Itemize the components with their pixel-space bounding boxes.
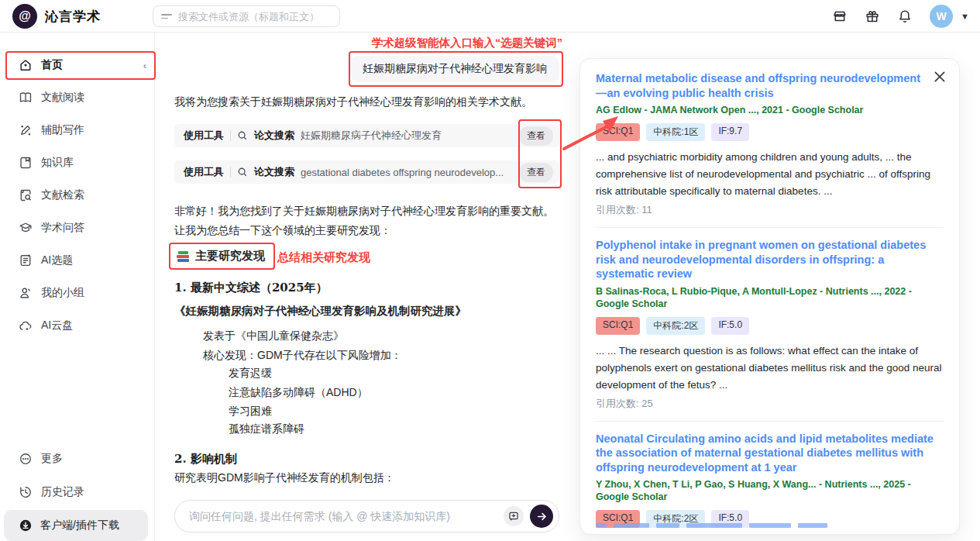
- chat-area: 学术超级智能体入口输入“选题关键词” 妊娠期糖尿病对子代神经心理发育影响 我将为…: [174, 33, 559, 541]
- tool-query-text: 妊娠期糖尿病子代神经心理发育: [301, 129, 442, 143]
- chat-input[interactable]: [175, 510, 504, 522]
- cas-zone-badge: 中科院:1区: [646, 123, 705, 141]
- file-search-icon: [19, 188, 33, 202]
- paper-snippet: ... and psychiatric morbidity among chil…: [596, 149, 944, 200]
- risk-item: 发育迟缓: [229, 367, 272, 381]
- search-icon: [237, 167, 248, 177]
- risk-item: 孤独症谱系障碍: [229, 422, 304, 436]
- chat-composer[interactable]: [174, 500, 559, 532]
- sidebar-item-ai-topic[interactable]: AI选题: [0, 247, 154, 274]
- paper-authors: AG Edlow - JAMA Network Open ..., 2021 -…: [596, 104, 944, 116]
- paper-authors: Y Zhou, X Chen, T Li, P Gao, S Huang, X …: [596, 478, 944, 503]
- view-result-button[interactable]: 查看: [519, 163, 553, 182]
- paper-result: Maternal metabolic disease and offspring…: [596, 71, 944, 217]
- top-bar: @ 沁言学术 W ▼: [0, 0, 980, 33]
- sidebar-item-academic-qa[interactable]: 学术问答: [0, 215, 154, 241]
- sidebar: 首页 ‹ 文献阅读 辅助写作 知识库 文献检索 学术问答 AI选题: [0, 33, 155, 541]
- sidebar-item-label: 我的小组: [41, 286, 84, 300]
- user-avatar[interactable]: W: [930, 5, 953, 28]
- annotation-entry-hint: 学术超级智能体入口输入“选题关键词”: [174, 36, 562, 50]
- books-icon: [177, 251, 190, 262]
- sidebar-item-literature-search[interactable]: 文献检索: [0, 182, 154, 208]
- send-button[interactable]: [530, 505, 553, 528]
- sidebar-item-knowledge-base[interactable]: 知识库: [0, 150, 154, 176]
- sidebar-item-writing[interactable]: 辅助写作: [0, 117, 154, 143]
- global-search-box[interactable]: [153, 5, 340, 27]
- cloud-icon: [19, 319, 33, 333]
- sidebar-item-label: 首页: [41, 58, 63, 72]
- sidebar-item-label: 文献阅读: [41, 91, 84, 105]
- assistant-summary-text: 非常好！我为您找到了关于妊娠期糖尿病对子代神经心理发育影响的重要文献。 让我为您…: [174, 202, 554, 240]
- paper-result: Neonatal Circulating amino acids and lip…: [596, 432, 944, 536]
- close-icon: [933, 70, 947, 84]
- sidebar-item-client-download[interactable]: 客户端/插件下载: [4, 510, 148, 541]
- paper-title-link[interactable]: Neonatal Circulating amino acids and lip…: [596, 432, 944, 475]
- app-title: 沁言学术: [45, 8, 101, 26]
- topic-doc-icon: [19, 253, 33, 267]
- paper-title-link[interactable]: Maternal metabolic disease and offspring…: [596, 71, 944, 100]
- sci-quartile-badge: SCI:Q1: [596, 123, 640, 141]
- chevron-down-icon[interactable]: ▼: [961, 12, 969, 21]
- citation-count: 引用次数: 25: [596, 397, 944, 411]
- home-icon: [19, 58, 33, 72]
- heading-2: 2. 影响机制: [174, 452, 237, 467]
- sidebar-item-label: 辅助写作: [41, 123, 84, 137]
- sidebar-item-label: AI选题: [41, 253, 73, 267]
- tool-call-row[interactable]: 使用工具 论文搜索 妊娠期糖尿病子代神经心理发育 查看: [174, 124, 559, 147]
- global-search-input[interactable]: [178, 11, 332, 22]
- sidebar-item-my-groups[interactable]: 我的小组: [0, 280, 154, 306]
- risk-item: 学习困难: [229, 405, 272, 419]
- divider: [596, 421, 944, 422]
- paper-title-link[interactable]: Polyphenol intake in pregnant women on g…: [596, 238, 944, 281]
- found-line-2: 让我为您总结一下这个领域的主要研究发现：: [174, 221, 554, 240]
- found-line-1: 非常好！我为您找到了关于妊娠期糖尿病对子代神经心理发育影响的重要文献。: [174, 202, 554, 221]
- tool-query-text: gestational diabetes offspring neurodeve…: [301, 167, 504, 178]
- notification-bell-icon[interactable]: [897, 9, 913, 24]
- heading-1: 1. 最新中文综述（2025年）: [174, 281, 328, 295]
- list-item: 核心发现：GDM子代存在以下风险增加：: [203, 349, 402, 363]
- arrow-right-icon: [536, 511, 548, 522]
- tool-prefix-label: 使用工具: [184, 129, 224, 143]
- paper-authors: B Salinas-Roca, L Rubio-Pique, A Montull…: [596, 285, 944, 310]
- close-panel-button[interactable]: [930, 67, 950, 89]
- paper-result: Polyphenol intake in pregnant women on g…: [596, 238, 944, 411]
- gift-icon[interactable]: [865, 9, 880, 24]
- review-paper-title: 《妊娠期糖尿病对子代神经心理发育影响及机制研究进展》: [174, 304, 466, 319]
- download-icon: [19, 519, 33, 532]
- app-logo: @: [12, 4, 37, 29]
- collapse-chevron-icon[interactable]: ‹: [143, 60, 146, 71]
- sidebar-item-home[interactable]: 首页 ‹: [0, 52, 154, 78]
- tool-call-row[interactable]: 使用工具 论文搜索 gestational diabetes offspring…: [174, 160, 559, 184]
- sidebar-item-reading[interactable]: 文献阅读: [0, 84, 154, 111]
- store-icon[interactable]: [832, 9, 848, 24]
- group-icon: [19, 286, 33, 300]
- sidebar-item-label: 更多: [41, 452, 63, 466]
- sidebar-item-label: 客户端/插件下载: [40, 519, 119, 532]
- view-result-button[interactable]: 查看: [519, 126, 553, 146]
- sidebar-item-history[interactable]: 历史记录: [0, 479, 154, 505]
- tool-name-label: 论文搜索: [254, 129, 294, 143]
- sidebar-item-ai-cloud[interactable]: AI云盘: [0, 312, 154, 339]
- user-message-bubble: 妊娠期糖尿病对子代神经心理发育影响: [350, 56, 559, 82]
- knowledge-base-icon: [19, 156, 33, 170]
- tool-prefix-label: 使用工具: [184, 165, 224, 179]
- divider: [230, 167, 231, 177]
- divider: [596, 227, 944, 228]
- cas-zone-badge: 中科院:2区: [646, 317, 705, 335]
- history-icon: [19, 485, 33, 499]
- sidebar-item-more[interactable]: 更多: [0, 446, 154, 472]
- section-title: 主要研究发现: [195, 249, 265, 264]
- add-to-canvas-button[interactable]: [504, 506, 524, 526]
- impact-factor-badge: IF:9.7: [711, 123, 749, 141]
- sidebar-item-label: 历史记录: [41, 485, 84, 499]
- sidebar-item-label: 知识库: [41, 156, 74, 170]
- sidebar-item-label: AI云盘: [41, 319, 73, 333]
- sidebar-item-label: 文献检索: [41, 188, 84, 202]
- grad-cap-icon: [19, 221, 33, 235]
- more-icon: [19, 452, 33, 466]
- scholar-results-panel: Maternal metabolic disease and offspring…: [579, 58, 960, 535]
- pen-icon: [19, 123, 33, 137]
- divider: [230, 130, 231, 141]
- book-icon: [19, 91, 33, 105]
- partial-next-result: [596, 523, 827, 528]
